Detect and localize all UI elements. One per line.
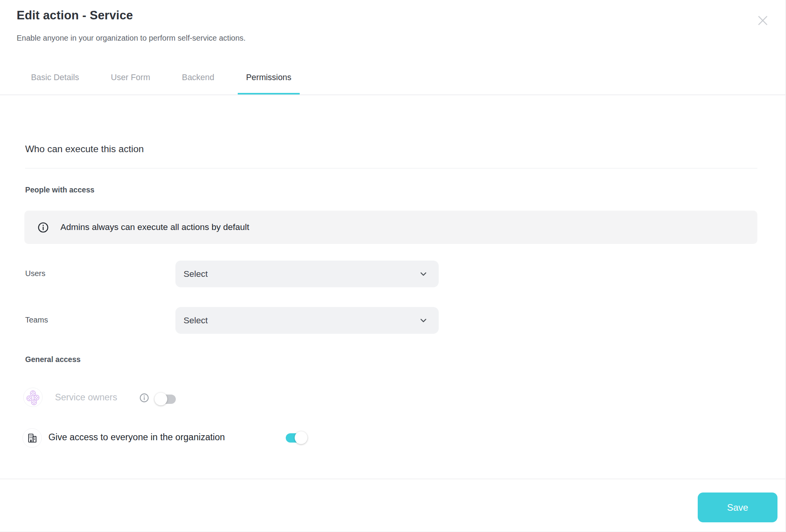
info-icon (37, 221, 49, 233)
organization-building-icon (27, 432, 38, 444)
save-button[interactable]: Save (698, 493, 777, 522)
give-access-everyone-label: Give access to everyone in the organizat… (48, 432, 225, 443)
close-icon (755, 13, 770, 28)
users-select[interactable]: Select (175, 261, 439, 287)
tab-basic-details[interactable]: Basic Details (23, 62, 87, 94)
service-owners-cluster-icon (24, 388, 42, 406)
edit-action-modal: Edit action - Service Enable anyone in y… (0, 0, 786, 532)
page-subtitle: Enable anyone in your organization to pe… (17, 34, 245, 43)
section-divider (25, 168, 757, 168)
teams-select[interactable]: Select (175, 307, 439, 334)
give-access-everyone-toggle[interactable] (286, 431, 307, 445)
service-owners-info-icon[interactable] (139, 393, 149, 403)
service-owners-label: Service owners (55, 392, 117, 403)
people-with-access-heading: People with access (25, 185, 94, 194)
section-title: Who can execute this action (25, 144, 144, 154)
tab-user-form[interactable]: User Form (103, 62, 158, 94)
teams-label: Teams (25, 316, 48, 324)
toggle-knob (295, 431, 307, 444)
teams-select-value: Select (184, 316, 208, 326)
service-owners-toggle[interactable] (154, 392, 176, 407)
toggle-knob (154, 393, 167, 405)
tab-permissions[interactable]: Permissions (238, 62, 299, 94)
tab-bar: Basic Details User Form Backend Permissi… (0, 62, 785, 95)
admins-info-text: Admins always can execute all actions by… (60, 222, 249, 232)
chevron-down-icon (418, 269, 429, 279)
tab-backend[interactable]: Backend (174, 62, 223, 94)
users-label: Users (25, 269, 45, 278)
service-owners-avatar (23, 388, 43, 407)
users-select-value: Select (184, 269, 208, 279)
chevron-down-icon (418, 315, 429, 326)
admins-info-banner: Admins always can execute all actions by… (24, 211, 757, 244)
footer-divider (0, 479, 785, 479)
close-button[interactable] (753, 10, 773, 31)
organization-avatar (22, 428, 42, 448)
page-title: Edit action - Service (17, 9, 133, 22)
general-access-heading: General access (25, 355, 81, 364)
